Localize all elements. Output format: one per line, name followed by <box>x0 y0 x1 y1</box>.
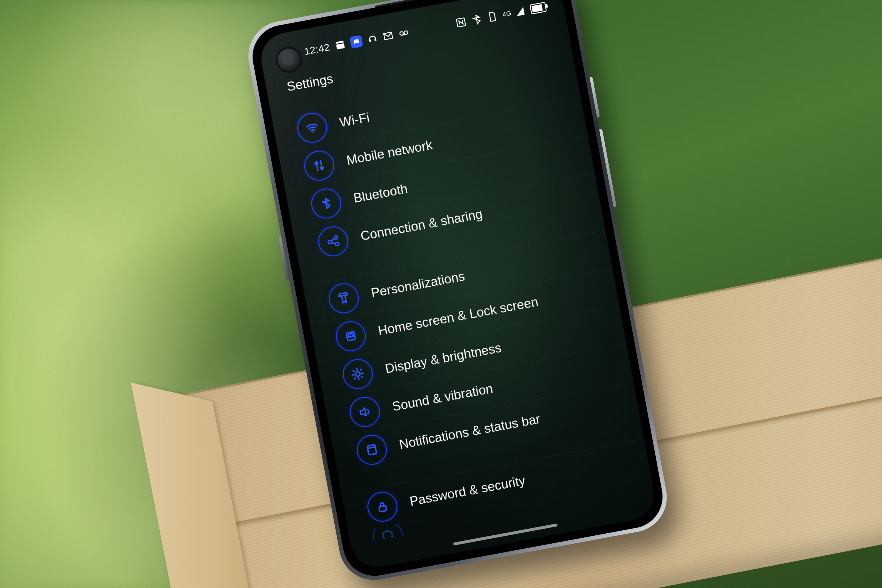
voicemail-icon <box>398 27 410 39</box>
wifi-icon <box>295 110 330 145</box>
connection-sharing-icon <box>316 224 351 259</box>
status-bar: 12:42 <box>259 0 565 70</box>
svg-rect-11 <box>367 444 376 455</box>
svg-rect-9 <box>348 334 353 337</box>
background-scene: 12:42 <box>0 0 882 588</box>
headset-icon <box>366 33 379 45</box>
lock-icon <box>365 489 400 524</box>
sound-icon <box>348 394 382 429</box>
bluetooth-status-icon <box>470 14 483 26</box>
svg-rect-0 <box>336 40 345 50</box>
settings-item-label: Sound & vibration <box>391 381 494 414</box>
status-time: 12:42 <box>303 41 331 57</box>
network-type-label: 4G <box>502 10 512 18</box>
gmail-notification-icon <box>382 30 394 42</box>
page-title: Settings <box>286 71 334 94</box>
messages-notification-icon <box>349 35 363 49</box>
settings-item-label: Bluetooth <box>352 181 409 206</box>
svg-point-4 <box>312 131 314 133</box>
mobile-network-icon <box>302 148 337 183</box>
svg-point-10 <box>355 371 360 376</box>
calendar-notification-icon <box>334 39 346 51</box>
personalizations-icon <box>326 281 362 316</box>
home-screen-icon <box>333 319 368 354</box>
settings-list[interactable]: Wi-Fi Mobile network Bluet <box>272 60 653 546</box>
signal-icon <box>514 5 526 18</box>
brightness-icon <box>340 357 375 392</box>
battery-icon <box>530 2 547 14</box>
notifications-icon <box>354 432 389 467</box>
settings-item-label: Personalizations <box>370 269 466 300</box>
settings-item-label: Mobile network <box>345 138 434 168</box>
bluetooth-icon <box>309 186 344 221</box>
sim-icon <box>486 10 498 23</box>
settings-item-label: Wi-Fi <box>338 110 371 130</box>
nfc-icon <box>455 16 467 28</box>
